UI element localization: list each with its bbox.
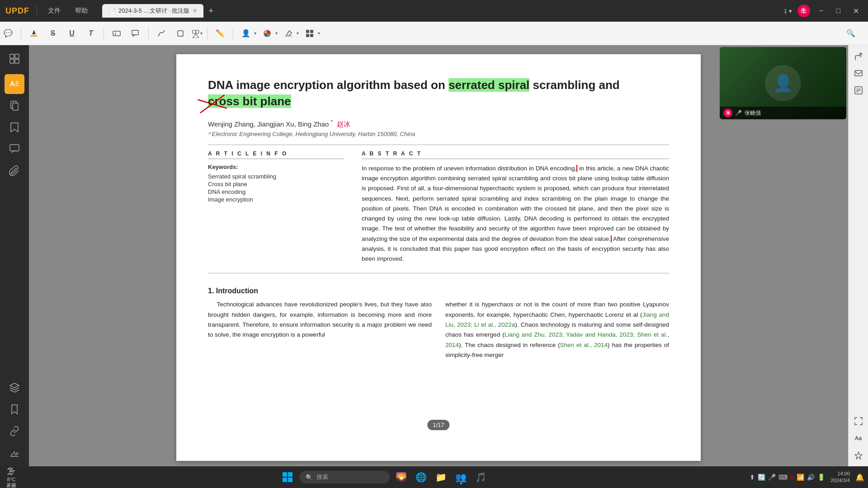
- new-tab-button[interactable]: +: [205, 5, 217, 18]
- intro-text-right: whether it is hyperchaos or not is the c…: [445, 300, 669, 360]
- search-bar[interactable]: 🔍 搜索: [299, 471, 390, 483]
- share-button[interactable]: [851, 49, 866, 63]
- pdf-view-area[interactable]: 👤 张 🎤 张晓强 DNA image encryption algorithm…: [29, 45, 848, 466]
- ref-link-2[interactable]: Liang and Zhu, 2023; Yadav and Handa, 20…: [445, 331, 669, 348]
- left-sidebar: [0, 45, 29, 466]
- sidebar-attachments[interactable]: [5, 161, 24, 181]
- svg-rect-0: [30, 35, 38, 37]
- sidebar-bookmark-list[interactable]: [5, 399, 24, 419]
- shapes-dropdown[interactable]: ▾: [191, 29, 203, 38]
- shape-tool-button[interactable]: [172, 25, 189, 42]
- tray-battery[interactable]: 🔋: [817, 474, 825, 481]
- sidebar-pages[interactable]: [5, 96, 24, 116]
- more-tools-dropdown[interactable]: ▾: [302, 25, 320, 42]
- draw-tool-button[interactable]: [153, 25, 170, 42]
- comment-tool-button[interactable]: 💬: [0, 25, 16, 42]
- textbox-tool-button[interactable]: T: [108, 25, 125, 42]
- tray-volume[interactable]: 🔊: [807, 474, 815, 481]
- authors-text: Wenjing Zhang, Jiangjian Xu, Bing Zhao: [208, 120, 329, 128]
- title-text-1: DNA image encryption algorithm based on: [208, 78, 448, 92]
- video-user-name: 张晓强: [745, 109, 761, 117]
- clock-date: 2024/3/4: [830, 477, 850, 484]
- tray-wifi[interactable]: 📶: [797, 474, 804, 481]
- clock-time: 14:00: [837, 470, 850, 477]
- taskbar-teams[interactable]: 👥: [453, 469, 469, 485]
- color-picker-dropdown[interactable]: ▾: [259, 25, 278, 42]
- email-button[interactable]: [851, 66, 866, 80]
- sidebar-comments[interactable]: [5, 139, 24, 159]
- menu-help[interactable]: 帮助: [71, 5, 91, 17]
- tray-up-arrow[interactable]: ⬆: [750, 474, 755, 481]
- taskbar-edge[interactable]: 🌐: [413, 469, 429, 485]
- stamp-button[interactable]: 👤: [238, 25, 254, 42]
- eraser-dropdown[interactable]: ▾: [280, 25, 299, 42]
- page-dropdown-icon[interactable]: ▾: [789, 8, 792, 14]
- tray-s-icon[interactable]: S: [790, 474, 794, 481]
- tab-close-button[interactable]: ✕: [193, 8, 197, 14]
- callout-tool-button[interactable]: [127, 25, 144, 42]
- ref-link-1[interactable]: Jiang and Liu, 2023; Li et al., 2022a: [445, 311, 669, 328]
- sidebar-sign[interactable]: [5, 443, 24, 463]
- keyword-1: Serrated spiral scrambling: [208, 173, 344, 180]
- video-user-avatar: 张: [723, 108, 732, 117]
- annotation-mark-1: [198, 95, 227, 115]
- ref-link-3[interactable]: Shen et al., 2014: [560, 342, 608, 348]
- taskbar-music[interactable]: 🎵: [473, 469, 489, 485]
- contact-button[interactable]: [851, 83, 866, 98]
- sidebar-annotation[interactable]: [5, 74, 24, 94]
- pdf-page: DNA image encryption algorithm based on …: [176, 54, 701, 461]
- maximize-button[interactable]: □: [832, 5, 844, 17]
- notification-button[interactable]: 🔔: [855, 473, 864, 482]
- more-tools-button[interactable]: [302, 25, 318, 42]
- intro-col-right: whether it is hyperchaos or not is the c…: [445, 300, 669, 360]
- menu-file[interactable]: 文件: [44, 5, 64, 17]
- taskbar-explorer[interactable]: 🌄: [393, 469, 410, 485]
- keywords-label: Keywords:: [208, 164, 344, 170]
- annotation-toolbar: 💬 S U T T ▾ ✏️ 👤 ▾ ▾: [0, 22, 868, 45]
- svg-rect-23: [10, 145, 19, 151]
- highlight-tool-button[interactable]: [26, 25, 42, 42]
- toolbar-sep-4: [207, 27, 208, 40]
- toolbar-sep-1: [21, 27, 21, 40]
- paper-title: DNA image encryption algorithm based on …: [208, 77, 669, 110]
- user-avatar[interactable]: 生: [797, 5, 810, 17]
- taskbar-files[interactable]: 📁: [433, 469, 449, 485]
- underline-tool-button[interactable]: U: [64, 25, 80, 42]
- fit-button[interactable]: [851, 414, 866, 428]
- text-tool-button[interactable]: T: [83, 25, 99, 42]
- svg-text:T: T: [114, 32, 117, 36]
- close-button[interactable]: ✕: [849, 5, 863, 17]
- sidebar-layers[interactable]: [5, 378, 24, 398]
- affiliation-text: ᵃ Electronic Engineering College, Heilon…: [208, 131, 669, 137]
- text-size-button[interactable]: Aa: [851, 431, 866, 446]
- strikethrough-tool-button[interactable]: S: [45, 25, 61, 42]
- authors-line: Wenjing Zhang, Jiangjian Xu, Bing Zhao *…: [208, 119, 669, 129]
- weather-icon: 🌫: [7, 466, 16, 477]
- sidebar-bookmarks[interactable]: [5, 117, 24, 137]
- svg-rect-34: [288, 472, 292, 477]
- active-tab[interactable]: 📄 2024-3-5 …文研讨 · 批注版 ✕: [102, 4, 203, 18]
- svg-rect-5: [193, 30, 196, 33]
- search-icon: 🔍: [306, 474, 313, 481]
- svg-rect-22: [13, 103, 18, 110]
- clock-widget[interactable]: 14:00 2024/3/4: [828, 470, 853, 484]
- color-picker-button[interactable]: [259, 25, 275, 42]
- weather-widget[interactable]: 🌫 8°C 雾霾: [4, 465, 19, 488]
- sidebar-links[interactable]: [5, 421, 24, 441]
- minimize-button[interactable]: −: [816, 5, 827, 17]
- search-button[interactable]: 🔍: [843, 25, 859, 42]
- tray-keyboard[interactable]: ⌨: [778, 474, 788, 481]
- svg-rect-35: [283, 478, 287, 482]
- main-area: 👤 张 🎤 张晓强 DNA image encryption algorithm…: [0, 45, 868, 466]
- pencil-tool-button[interactable]: ✏️: [212, 25, 228, 42]
- star-button[interactable]: [851, 448, 866, 463]
- title-highlight-serrated: serrated spiral: [448, 78, 529, 92]
- stamp-dropdown[interactable]: 👤 ▾: [238, 25, 256, 42]
- sidebar-thumbnails[interactable]: [5, 49, 24, 69]
- taskbar-center: 🔍 搜索 🌄 🌐 📁 👥 🎵: [21, 469, 748, 485]
- tray-refresh[interactable]: 🔄: [758, 474, 765, 481]
- start-button[interactable]: [279, 469, 296, 485]
- tray-mic[interactable]: 🎤: [768, 474, 776, 481]
- title-text-2: scrambling and: [529, 78, 619, 92]
- eraser-button[interactable]: [280, 25, 297, 42]
